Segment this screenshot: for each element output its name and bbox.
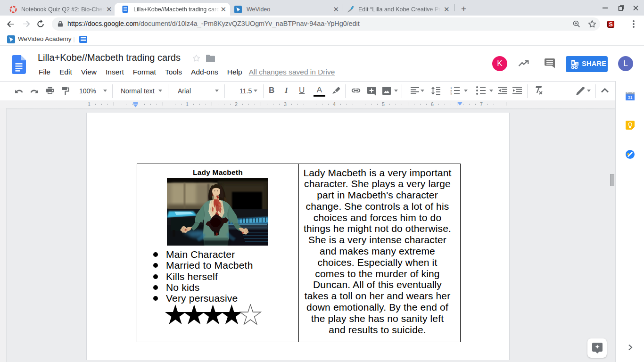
svg-text:7: 7	[480, 101, 483, 107]
svg-text:2: 2	[235, 101, 238, 107]
svg-text:1: 1	[186, 101, 189, 107]
svg-text:5: 5	[382, 101, 385, 107]
svg-text:31: 31	[627, 95, 632, 100]
svg-text:4: 4	[333, 101, 336, 107]
svg-text:1: 1	[88, 101, 91, 107]
svg-text:3: 3	[450, 92, 452, 95]
svg-text:6: 6	[431, 101, 434, 107]
svg-text:3: 3	[284, 101, 287, 107]
